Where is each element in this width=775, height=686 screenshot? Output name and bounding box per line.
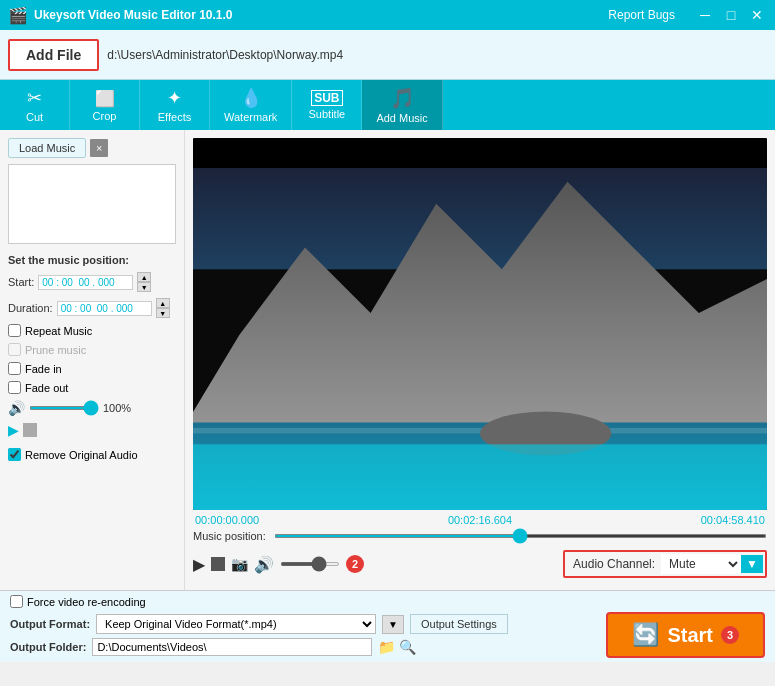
- tab-add-music[interactable]: 🎵 Add Music: [362, 80, 442, 130]
- start-time-down[interactable]: ▼: [137, 282, 151, 292]
- restore-button[interactable]: □: [721, 5, 741, 25]
- minimize-button[interactable]: ─: [695, 5, 715, 25]
- scene-topbar: [193, 138, 767, 168]
- start-label: Start: [667, 624, 713, 647]
- volume-slider[interactable]: [29, 406, 99, 410]
- prune-music-label: Prune music: [25, 344, 86, 356]
- remove-audio-label: Remove Original Audio: [25, 449, 138, 461]
- close-music-button[interactable]: ×: [90, 139, 108, 157]
- output-format-arrow[interactable]: ▼: [382, 615, 404, 634]
- folder-icons: 📁 🔍: [378, 639, 416, 655]
- start-num-badge: 3: [721, 626, 739, 644]
- player-stop-button[interactable]: [211, 557, 225, 571]
- timeline-end: 00:04:58.410: [701, 514, 765, 526]
- title-bar: 🎬 Ukeysoft Video Music Editor 10.1.0 Rep…: [0, 0, 775, 30]
- audio-channel-dropdown-arrow[interactable]: ▼: [741, 555, 763, 573]
- tab-cut[interactable]: ✂ Cut: [0, 80, 70, 130]
- left-panel: Load Music × Set the music position: Sta…: [0, 130, 185, 590]
- music-play-button[interactable]: ▶: [8, 422, 19, 438]
- repeat-music-checkbox[interactable]: [8, 324, 21, 337]
- player-camera-button[interactable]: 📷: [231, 556, 248, 572]
- nav-tabs: ✂ Cut ⬜ Crop ✦ Effects 💧 Watermark SUB S…: [0, 80, 775, 130]
- tab-watermark[interactable]: 💧 Watermark: [210, 80, 292, 130]
- player-volume-icon: 🔊: [254, 555, 274, 574]
- fade-in-row: Fade in: [8, 362, 176, 375]
- video-scene: [193, 138, 767, 510]
- cut-icon: ✂: [27, 87, 42, 109]
- fade-out-checkbox[interactable]: [8, 381, 21, 394]
- bottom-bar: Force video re-encoding Output Format: K…: [0, 590, 775, 662]
- timeline-row: 00:00:00.000 00:02:16.604 00:04:58.410: [193, 514, 767, 526]
- force-encode-checkbox[interactable]: [10, 595, 23, 608]
- duration-time-up[interactable]: ▲: [156, 298, 170, 308]
- watermark-icon: 💧: [240, 87, 262, 109]
- output-settings-button[interactable]: Output Settings: [410, 614, 508, 634]
- scene-svg: [193, 138, 767, 510]
- close-button[interactable]: ✕: [747, 5, 767, 25]
- fade-out-row: Fade out: [8, 381, 176, 394]
- add-music-icon: 🎵: [390, 86, 415, 110]
- output-folder-input[interactable]: [92, 638, 372, 656]
- duration-time-row: Duration: ▲ ▼: [8, 298, 176, 318]
- duration-time-spinner: ▲ ▼: [156, 298, 170, 318]
- music-list-box[interactable]: [8, 164, 176, 244]
- output-format-select[interactable]: Keep Original Video Format(*.mp4): [96, 614, 376, 634]
- timeline-mid: 00:02:16.604: [448, 514, 512, 526]
- start-time-input[interactable]: [38, 275, 133, 290]
- player-num-badge: 2: [346, 555, 364, 573]
- volume-percent: 100%: [103, 402, 131, 414]
- repeat-music-label: Repeat Music: [25, 325, 92, 337]
- add-file-button[interactable]: Add File: [8, 39, 99, 71]
- report-bugs-link[interactable]: Report Bugs: [608, 8, 675, 22]
- fade-out-label: Fade out: [25, 382, 68, 394]
- player-volume-slider[interactable]: [280, 562, 340, 566]
- start-button[interactable]: 🔄 Start 3: [606, 612, 765, 658]
- tab-effects-label: Effects: [158, 111, 191, 123]
- fade-in-label: Fade in: [25, 363, 62, 375]
- tab-crop[interactable]: ⬜ Crop: [70, 80, 140, 130]
- player-controls-row: ▶ 📷 🔊 2 Audio Channel: Mute Stereo Left …: [193, 546, 767, 582]
- tab-watermark-label: Watermark: [224, 111, 277, 123]
- start-time-up[interactable]: ▲: [137, 272, 151, 282]
- effects-icon: ✦: [167, 87, 182, 109]
- duration-time-input[interactable]: [57, 301, 152, 316]
- duration-label: Duration:: [8, 302, 53, 314]
- volume-icon: 🔊: [8, 400, 25, 416]
- fade-in-checkbox[interactable]: [8, 362, 21, 375]
- tab-crop-label: Crop: [93, 110, 117, 122]
- tab-subtitle[interactable]: SUB Subtitle: [292, 80, 362, 130]
- remove-audio-checkbox[interactable]: [8, 448, 21, 461]
- duration-time-down[interactable]: ▼: [156, 308, 170, 318]
- set-music-pos-label: Set the music position:: [8, 254, 176, 266]
- window-controls: ─ □ ✕: [695, 5, 767, 25]
- music-position-slider[interactable]: [274, 534, 767, 538]
- video-panel: 00:00:00.000 00:02:16.604 00:04:58.410 M…: [185, 130, 775, 590]
- output-folder-row: Output Folder: 📁 🔍: [10, 638, 598, 656]
- player-play-button[interactable]: ▶: [193, 555, 205, 574]
- audio-channel-select[interactable]: Mute Stereo Left Right: [661, 554, 741, 574]
- toolbar: Add File d:\Users\Administrator\Desktop\…: [0, 30, 775, 80]
- main-content: Load Music × Set the music position: Sta…: [0, 130, 775, 590]
- browse-folder-button[interactable]: 📁: [378, 639, 395, 655]
- remove-audio-row: Remove Original Audio: [8, 448, 176, 461]
- tab-add-music-label: Add Music: [376, 112, 427, 124]
- prune-music-checkbox[interactable]: [8, 343, 21, 356]
- crop-icon: ⬜: [95, 89, 115, 108]
- search-folder-button[interactable]: 🔍: [399, 639, 416, 655]
- music-stop-button[interactable]: [23, 423, 37, 437]
- start-icon: 🔄: [632, 622, 659, 648]
- load-music-button[interactable]: Load Music: [8, 138, 86, 158]
- tab-effects[interactable]: ✦ Effects: [140, 80, 210, 130]
- app-icon: 🎬: [8, 6, 28, 25]
- music-pos-row: Music position:: [193, 530, 767, 542]
- app-title: Ukeysoft Video Music Editor 10.1.0: [34, 8, 608, 22]
- output-folder-label: Output Folder:: [10, 641, 86, 653]
- subtitle-icon: SUB: [311, 90, 342, 106]
- audio-channel-label: Audio Channel:: [567, 557, 661, 571]
- output-format-row: Output Format: Keep Original Video Forma…: [10, 614, 598, 634]
- music-play-controls: ▶: [8, 422, 176, 438]
- force-encode-label: Force video re-encoding: [27, 596, 146, 608]
- prune-music-row: Prune music: [8, 343, 176, 356]
- output-format-folder: Output Format: Keep Original Video Forma…: [10, 614, 598, 656]
- svg-rect-6: [193, 444, 767, 510]
